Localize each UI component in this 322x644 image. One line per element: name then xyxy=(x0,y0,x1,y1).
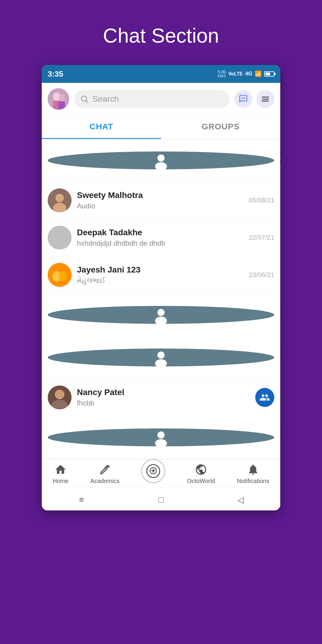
svg-point-1 xyxy=(53,92,60,101)
chat-meta: 23/06/21 xyxy=(239,271,274,279)
tabs: CHAT GROUPS xyxy=(42,115,280,139)
chat-meta: 05/08/21 xyxy=(239,196,274,204)
user-avatar[interactable] xyxy=(48,88,69,110)
svg-point-24 xyxy=(157,352,165,359)
new-chat-button[interactable] xyxy=(234,90,252,108)
4g-icon: 4G xyxy=(245,71,252,77)
battery-icon xyxy=(264,71,274,77)
chat-info: Sweety Malhotra Audio xyxy=(77,191,233,210)
bottom-nav: Home Academics OctoWorld xyxy=(42,459,280,487)
svg-point-23 xyxy=(155,317,167,324)
search-placeholder: Search xyxy=(92,94,119,104)
avatar xyxy=(48,188,72,212)
nav-home[interactable]: Home xyxy=(50,463,72,484)
svg-line-6 xyxy=(86,101,88,103)
globe-icon xyxy=(195,463,207,476)
nav-notifications-label: Notifications xyxy=(237,478,269,484)
chat-preview: Audio xyxy=(77,202,233,210)
chat-date: 22/07/21 xyxy=(249,234,274,242)
chat-name: Sweety Malhotra xyxy=(77,191,233,200)
avatar xyxy=(48,151,274,169)
svg-point-13 xyxy=(157,154,165,162)
nav-octoworld-label: OctoWorld xyxy=(187,478,215,484)
header: Search xyxy=(42,83,280,115)
list-item[interactable]: Bharat Sinha Audio 13/06/21 xyxy=(42,336,280,379)
list-item[interactable]: Ankur Joshi Image 14/08/21 xyxy=(42,139,280,182)
svg-point-14 xyxy=(155,162,167,169)
page-title: Chat Section xyxy=(103,24,219,47)
status-icons: 5.00 KB/S VoLTE 4G 📶 xyxy=(218,70,274,78)
svg-rect-12 xyxy=(262,100,269,101)
svg-point-5 xyxy=(81,96,87,101)
chat-preview: fhcbb xyxy=(77,399,233,407)
avatar xyxy=(48,428,274,446)
search-icon xyxy=(80,95,89,103)
list-item[interactable]: Sweety Malhotra Audio 05/08/21 xyxy=(42,182,280,219)
phone-frame: 3:35 5.00 KB/S VoLTE 4G 📶 xyxy=(42,65,280,510)
nav-octoworld[interactable]: OctoWorld xyxy=(184,463,218,484)
bell-icon xyxy=(247,463,259,476)
chat-name: Jayesh Jani 123 xyxy=(77,265,233,275)
svg-point-25 xyxy=(155,359,167,366)
chat-name: Nancy Patel xyxy=(77,388,233,397)
avatar xyxy=(48,226,72,250)
status-time: 3:35 xyxy=(48,69,63,79)
avatar xyxy=(48,306,274,324)
svg-point-9 xyxy=(244,97,245,99)
chat-bubble-icon xyxy=(239,94,248,104)
svg-rect-18 xyxy=(48,226,72,250)
header-icons xyxy=(234,90,274,108)
chat-date: 05/08/21 xyxy=(249,196,274,204)
svg-rect-10 xyxy=(262,97,269,97)
plus-badge-icon xyxy=(145,463,161,479)
chat-date: 23/06/21 xyxy=(249,271,274,279)
nav-academics-label: Academics xyxy=(90,478,120,484)
network-speed: 5.00 KB/S xyxy=(218,70,226,78)
android-back-icon: ◁ xyxy=(237,495,244,505)
android-home-button[interactable]: □ xyxy=(154,493,168,506)
svg-point-16 xyxy=(55,194,64,202)
list-item[interactable]: Deepak Tadakhe hxhdndjdjd dhdbdh de dhdb… xyxy=(42,219,280,256)
home-icon xyxy=(54,463,67,476)
status-bar: 3:35 5.00 KB/S VoLTE 4G 📶 xyxy=(42,65,280,83)
chat-meta xyxy=(239,388,274,407)
nav-plus[interactable] xyxy=(138,465,168,483)
avatar xyxy=(48,263,72,287)
svg-point-31 xyxy=(155,439,167,446)
svg-point-2 xyxy=(59,94,65,101)
nav-home-label: Home xyxy=(53,478,69,484)
chat-info: Deepak Tadakhe hxhdndjdjd dhdbdh de dhdb xyxy=(77,228,233,247)
list-item[interactable]: Ankit Patel Image 21/06/21 xyxy=(42,294,280,336)
android-menu-button[interactable]: ≡ xyxy=(75,493,88,506)
avatar xyxy=(48,349,274,366)
chat-info: Nancy Patel fhcbb xyxy=(77,388,233,407)
tab-groups[interactable]: GROUPS xyxy=(161,115,280,139)
svg-point-30 xyxy=(157,431,165,439)
svg-point-21 xyxy=(58,271,67,282)
tab-chat[interactable]: CHAT xyxy=(42,115,161,139)
nav-center-icon xyxy=(141,459,165,483)
chat-preview: hxhdndjdjd dhdbdh de dhdb xyxy=(77,239,233,247)
svg-point-8 xyxy=(243,97,244,99)
svg-rect-11 xyxy=(262,99,269,100)
nav-academics[interactable]: Academics xyxy=(87,463,123,484)
chat-info: Jayesh Jani 123 મેહુલભાઈ xyxy=(77,265,233,285)
search-bar[interactable]: Search xyxy=(74,90,230,108)
menu-button[interactable] xyxy=(256,90,274,108)
android-nav: ≡ □ ◁ xyxy=(42,487,280,510)
list-item[interactable]: Arjun Kumar Image xyxy=(42,416,280,459)
list-item[interactable]: Jayesh Jani 123 મેહુલભાઈ 23/06/21 xyxy=(42,256,280,294)
chat-preview: મેહુલભાઈ xyxy=(77,276,233,285)
android-menu-icon: ≡ xyxy=(79,495,84,504)
svg-rect-4 xyxy=(58,101,65,110)
volte-icon: VoLTE xyxy=(228,71,243,77)
nav-notifications[interactable]: Notifications xyxy=(234,463,272,484)
menu-icon xyxy=(261,94,270,104)
list-item[interactable]: Nancy Patel fhcbb xyxy=(42,379,280,416)
svg-point-7 xyxy=(242,97,243,99)
android-back-button[interactable]: ◁ xyxy=(234,493,247,506)
group-icon xyxy=(259,392,270,403)
fab-group-button[interactable] xyxy=(255,388,274,407)
svg-point-22 xyxy=(157,309,165,316)
chat-meta: 22/07/21 xyxy=(239,234,274,242)
